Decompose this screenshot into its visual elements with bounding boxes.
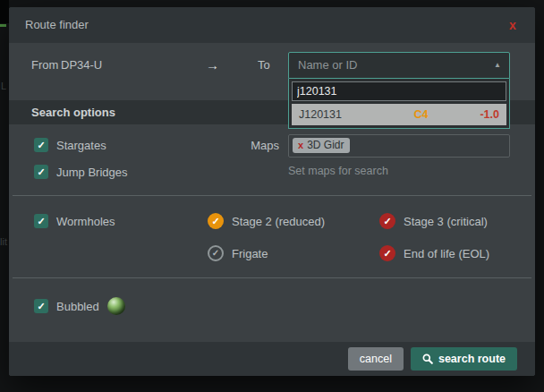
cancel-button[interactable]: cancel — [348, 347, 404, 371]
search-route-button-label: search route — [438, 353, 506, 365]
route-finder-dialog: Route finder x From DP34-U → To Name or … — [9, 7, 535, 376]
background-text-fragment: lit — [0, 236, 7, 247]
divider — [13, 195, 531, 196]
option-stargates[interactable]: ✓ Stargates — [34, 138, 106, 152]
map-tag: x3D Gidr — [293, 138, 350, 153]
dialog-footer: cancel search route — [9, 342, 535, 376]
stargates-label: Stargates — [56, 139, 106, 152]
stargates-checkbox[interactable]: ✓ — [34, 138, 48, 152]
stage3-label: Stage 3 (critical) — [404, 215, 488, 228]
chevron-up-icon: ▲ — [494, 53, 501, 78]
wormholes-label: Wormholes — [56, 215, 115, 228]
maps-label: Maps — [215, 134, 279, 158]
maps-select-field[interactable]: x3D Gidr — [288, 134, 510, 158]
divider — [13, 277, 531, 278]
to-system-dropdown-panel: J120131 C4 -1.0 — [288, 79, 510, 129]
option-stage2[interactable]: ✓ Stage 2 (reduced) — [208, 213, 325, 229]
result-system-security: -1.0 — [480, 108, 499, 121]
option-jump-bridges[interactable]: ✓ Jump Bridges — [34, 165, 127, 179]
dialog-header: Route finder x — [9, 7, 535, 43]
remove-tag-icon[interactable]: x — [298, 140, 303, 150]
stage2-check-icon[interactable]: ✓ — [208, 213, 224, 229]
to-label: To — [258, 52, 270, 79]
bubbled-checkbox[interactable]: ✓ — [34, 299, 48, 313]
close-icon[interactable]: x — [505, 17, 521, 33]
stage3-check-icon[interactable]: ✓ — [379, 213, 395, 229]
from-label: From — [31, 52, 58, 79]
background-text-fragment: L — [1, 81, 6, 91]
arrow-right-icon: → — [206, 52, 219, 79]
search-icon — [422, 354, 433, 364]
background-green-strip — [0, 24, 6, 27]
option-frigate[interactable]: ✓ Frigate — [208, 245, 268, 261]
result-system-name: J120131 — [299, 108, 413, 121]
bubbled-label: Bubbled — [56, 300, 99, 313]
wormholes-checkbox[interactable]: ✓ — [34, 214, 48, 228]
maps-help-text: Set maps for search — [288, 165, 388, 177]
background-window-fragment — [0, 0, 9, 23]
system-search-result-row[interactable]: J120131 C4 -1.0 — [292, 104, 506, 125]
frigate-check-icon[interactable]: ✓ — [208, 245, 224, 261]
from-system-value: DP34-U — [61, 52, 102, 79]
search-route-button[interactable]: search route — [411, 347, 517, 371]
option-eol[interactable]: ✓ End of life (EOL) — [379, 245, 489, 261]
bubble-icon — [107, 297, 125, 315]
route-endpoints-row: From DP34-U → To Name or ID ▲ — [9, 52, 535, 79]
stage2-label: Stage 2 (reduced) — [232, 215, 325, 228]
eol-check-icon[interactable]: ✓ — [379, 245, 395, 261]
result-system-class: C4 — [413, 108, 428, 121]
jump-bridges-label: Jump Bridges — [56, 166, 127, 179]
option-wormholes[interactable]: ✓ Wormholes — [34, 214, 115, 228]
jump-bridges-checkbox[interactable]: ✓ — [34, 165, 48, 179]
frigate-label: Frigate — [232, 247, 268, 260]
cancel-button-label: cancel — [360, 353, 392, 365]
map-tag-label: 3D Gidr — [307, 139, 344, 151]
to-select-placeholder: Name or ID — [298, 53, 357, 78]
eol-label: End of life (EOL) — [404, 247, 489, 260]
option-bubbled[interactable]: ✓ Bubbled — [34, 297, 125, 315]
option-stage3[interactable]: ✓ Stage 3 (critical) — [379, 213, 488, 229]
search-options-title: Search options — [31, 100, 115, 124]
dialog-title: Route finder — [25, 7, 89, 43]
to-system-select[interactable]: Name or ID ▲ — [288, 52, 510, 79]
system-search-input[interactable] — [292, 81, 506, 101]
